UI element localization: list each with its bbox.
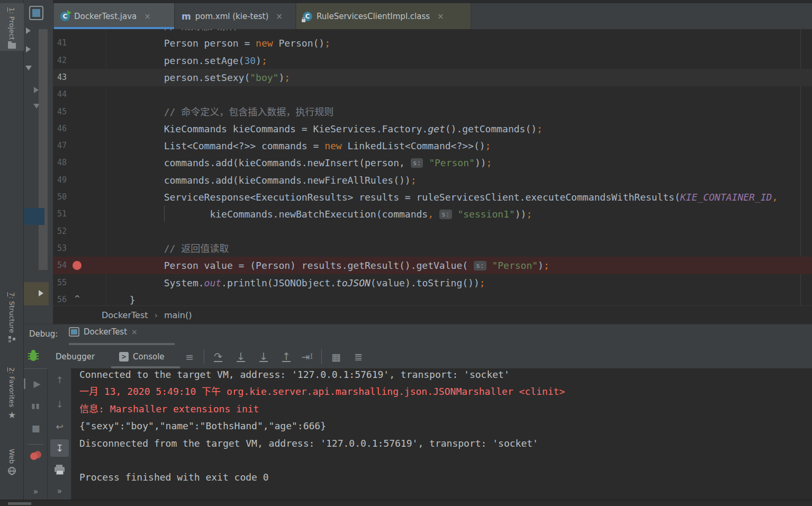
favorites-stripe-label: 2: Favorites <box>8 367 16 408</box>
close-icon[interactable]: × <box>131 328 138 336</box>
tab-label: pom.xml (kie-test) <box>195 12 269 21</box>
console-tab-label: Console <box>133 352 165 362</box>
view-breakpoints-icon[interactable] <box>30 453 38 460</box>
close-icon[interactable]: × <box>437 12 444 21</box>
step-into-icon[interactable]: ↓ <box>233 345 249 368</box>
project-scrollbar[interactable] <box>39 29 48 270</box>
code-line-44[interactable]: 44 <box>53 86 812 103</box>
code-line-51[interactable]: 51 kieCommands.newBatchExecution(command… <box>53 205 812 223</box>
evaluate-expression-icon[interactable]: ▦ <box>328 345 344 368</box>
code-line-49[interactable]: 49 commands.add(kieCommands.newFireAllRu… <box>53 171 812 189</box>
tab-ruleservicesclientimpl[interactable]: C RuleServicesClientImpl.class × <box>296 3 471 29</box>
console-line <box>79 452 812 469</box>
code-area[interactable]: 40 // 规则输入条件41 Person person = new Perso… <box>53 29 812 305</box>
code-line-42[interactable]: 42 person.setAge(30); <box>53 52 812 69</box>
line-number[interactable]: 47 <box>53 137 67 155</box>
toolbar-separator <box>204 349 204 364</box>
tab-console[interactable]: > Console <box>119 345 165 368</box>
console-line: 信息: Marshaller extensions init <box>79 401 812 418</box>
breakpoint-icon[interactable] <box>73 261 82 270</box>
line-number[interactable]: 52 <box>53 223 67 240</box>
code-line-46[interactable]: 46 KieCommands kieCommands = KieServices… <box>53 120 812 138</box>
sidebar-item-project[interactable]: 1: Project <box>0 3 24 51</box>
tab-pom-xml[interactable]: m pom.xml (kie-test) × <box>175 3 296 29</box>
line-number[interactable]: 54 <box>53 257 67 274</box>
project-panel-icon[interactable] <box>29 6 43 20</box>
tree-selected-row[interactable] <box>24 208 44 225</box>
step-over-icon[interactable]: ↷ <box>210 345 226 368</box>
run-to-cursor-icon[interactable]: ⇥I <box>299 345 315 368</box>
resume-icon[interactable]: ▶ <box>24 378 48 389</box>
line-number[interactable]: 49 <box>53 171 67 189</box>
toolbar-separator <box>28 444 43 445</box>
step-out-icon[interactable]: ↑ <box>278 345 294 368</box>
close-icon[interactable]: × <box>276 12 283 21</box>
breadcrumb: DockerTest › main() <box>53 305 812 324</box>
code-line-52[interactable]: 52 <box>53 223 812 240</box>
line-number[interactable]: 44 <box>53 86 67 103</box>
line-number[interactable]: 41 <box>53 34 67 52</box>
toolbar-separator <box>321 349 322 364</box>
code-line-47[interactable]: 47 List<Command<?>> commands = new Linke… <box>53 137 812 155</box>
stop-icon[interactable]: ■ <box>24 423 48 433</box>
tree-expand-icon[interactable] <box>26 28 31 34</box>
line-number[interactable]: 42 <box>53 52 67 69</box>
force-step-into-icon[interactable]: ↓ <box>256 345 272 368</box>
line-number[interactable]: 51 <box>53 205 67 223</box>
code-line-50[interactable]: 50 ServiceResponse<ExecutionResults> res… <box>53 188 812 206</box>
scrollbar-thumb[interactable] <box>8 502 31 505</box>
code-line-55[interactable]: 55 System.out.println(JSONObject.toJSON(… <box>53 274 812 292</box>
code-line-45[interactable]: 45 // 命令定义，包含插入数据，执行规则 <box>53 103 812 121</box>
bug-icon <box>30 351 37 361</box>
line-number[interactable]: 45 <box>53 103 67 121</box>
line-number[interactable]: 50 <box>53 188 67 206</box>
star-icon: ★ <box>8 411 16 420</box>
code-line-54[interactable]: 54 Person value = (Person) results.getRe… <box>53 257 812 274</box>
tab-dockertest-java[interactable]: C DockerTest.java × <box>54 3 175 29</box>
scroll-to-end-icon[interactable]: ↧ <box>50 439 69 457</box>
debug-header: Debug: DockerTest × <box>24 324 812 345</box>
code-line-41[interactable]: 41 Person person = new Person(); <box>53 34 812 52</box>
tab-label: RuleServicesClientImpl.class <box>317 12 430 21</box>
trace-settings-icon[interactable]: ≣ <box>350 345 366 368</box>
code-line-43[interactable]: 43 person.setSexy("boy"); <box>53 69 812 86</box>
code-line-48[interactable]: 48 commands.add(kieCommands.newInsert(pe… <box>53 154 812 171</box>
java-class-locked-icon: C <box>303 12 312 21</box>
sidebar-item-structure[interactable]: 7: Structure <box>0 292 24 354</box>
chevron-right-icon: › <box>155 310 158 320</box>
print-icon[interactable] <box>55 467 65 472</box>
console-panel[interactable]: Connected to the target VM, address: '12… <box>71 368 812 500</box>
close-icon[interactable]: × <box>144 12 151 21</box>
sidebar-item-favorites[interactable]: 2: Favorites ★ <box>0 367 24 436</box>
tab-debugger[interactable]: Debugger <box>56 345 95 368</box>
debug-session-tab[interactable]: DockerTest × <box>69 327 138 337</box>
soft-wrap-icon[interactable]: ↩ <box>48 421 71 432</box>
fold-marker-icon[interactable]: ^ <box>74 291 80 305</box>
tree-selected-row-inactive[interactable] <box>24 282 49 305</box>
more-icon[interactable]: » <box>24 486 48 496</box>
code-line-56[interactable]: 56^ } <box>53 291 812 305</box>
debug-label: Debug: <box>29 329 58 339</box>
breadcrumb-item-class[interactable]: DockerTest <box>102 310 148 320</box>
line-number[interactable]: 43 <box>53 69 67 86</box>
status-bar <box>0 500 812 506</box>
up-stack-icon[interactable]: ↑ <box>48 375 71 385</box>
line-number[interactable]: 46 <box>53 120 67 138</box>
line-number[interactable]: 48 <box>53 154 67 171</box>
tree-expand-icon[interactable] <box>26 46 31 52</box>
sidebar-item-web[interactable]: Web <box>0 449 24 494</box>
tree-collapse-icon[interactable] <box>25 66 32 70</box>
line-number[interactable]: 53 <box>53 240 67 257</box>
breadcrumb-item-method[interactable]: main() <box>164 310 192 320</box>
tree-expand-icon[interactable] <box>34 87 39 93</box>
more-icon[interactable]: » <box>48 486 71 496</box>
tree-expand-icon[interactable] <box>39 290 43 296</box>
pause-icon[interactable]: ▮▮ <box>24 402 48 410</box>
layout-menu-icon[interactable]: ≡ <box>182 345 197 368</box>
editor-tab-bar: C DockerTest.java × m pom.xml (kie-test)… <box>53 0 812 29</box>
code-line-53[interactable]: 53 // 返回值读取 <box>53 240 812 257</box>
line-number[interactable]: 55 <box>53 274 67 292</box>
structure-icon <box>8 336 15 342</box>
down-stack-icon[interactable]: ↓ <box>48 399 71 410</box>
line-number[interactable]: 56 <box>53 291 67 305</box>
